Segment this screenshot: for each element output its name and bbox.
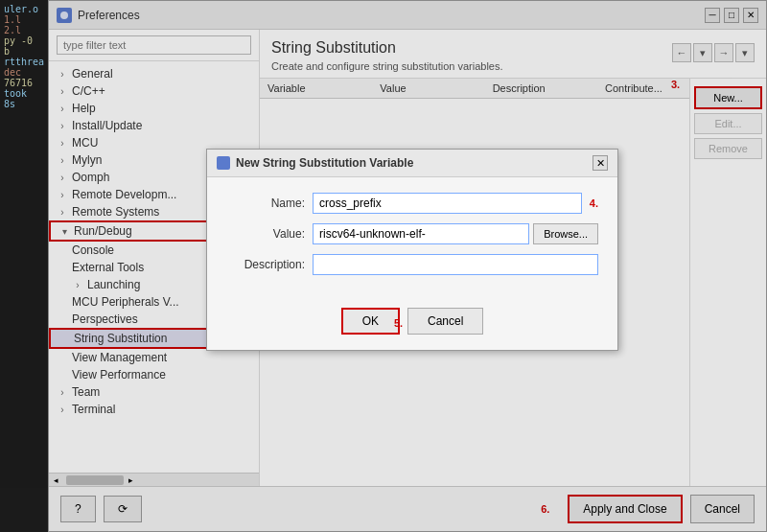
modal-dialog: New String Substitution Variable ✕ Name:…: [206, 149, 618, 351]
description-label: Description:: [226, 258, 313, 271]
modal-footer: 5. OK Cancel: [207, 300, 617, 350]
modal-close-button[interactable]: ✕: [593, 155, 608, 171]
modal-title: New String Substitution Variable: [236, 156, 413, 170]
value-row: Value: Browse...: [226, 223, 598, 244]
modal-overlay: New String Substitution Variable ✕ Name:…: [0, 0, 767, 532]
modal-titlebar: New String Substitution Variable ✕: [207, 150, 617, 177]
browse-button[interactable]: Browse...: [533, 223, 598, 244]
step4-label: 4.: [590, 197, 598, 209]
description-input[interactable]: [313, 254, 598, 275]
name-row: Name: 4.: [226, 193, 598, 214]
ok-button[interactable]: OK: [341, 308, 400, 335]
modal-app-icon: [217, 156, 230, 170]
value-input[interactable]: [313, 223, 529, 244]
value-label: Value:: [226, 227, 313, 241]
name-label: Name:: [226, 197, 313, 210]
modal-cancel-button[interactable]: Cancel: [407, 308, 483, 335]
name-input[interactable]: [313, 193, 582, 214]
step5-label: 5.: [394, 317, 403, 329]
description-row: Description:: [226, 254, 598, 275]
modal-body: Name: 4. Value: Browse... Description:: [207, 177, 617, 300]
